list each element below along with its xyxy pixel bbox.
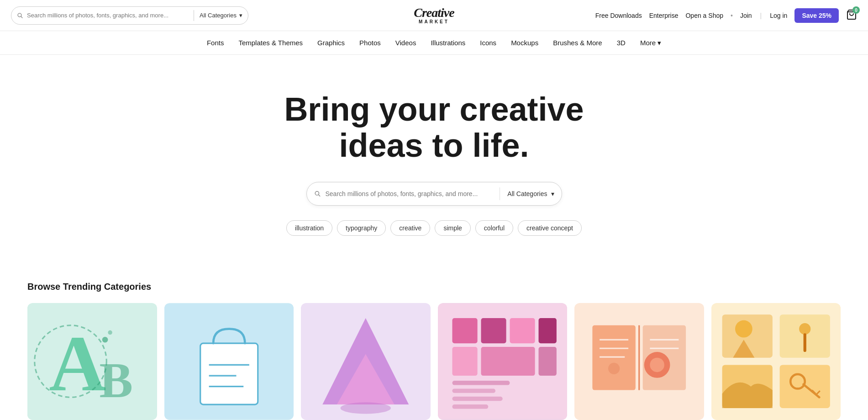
hero-search-left — [307, 190, 500, 197]
open-shop-link[interactable]: Open a Shop — [685, 12, 723, 19]
hero-section: Bring your creative ideas to life. All C… — [0, 55, 868, 282]
hero-search-input[interactable] — [325, 190, 492, 197]
header-category-select[interactable]: All Categories ▾ — [194, 12, 248, 19]
category-card-fonts[interactable]: A B — [27, 303, 157, 420]
logo-text: Creative — [414, 6, 454, 19]
svg-point-17 — [341, 403, 391, 414]
svg-rect-21 — [510, 318, 535, 343]
enterprise-link[interactable]: Enterprise — [649, 12, 679, 19]
browse-section: Browse Trending Categories A B — [0, 282, 868, 420]
svg-rect-10 — [200, 344, 258, 405]
svg-text:B: B — [99, 353, 133, 409]
svg-rect-25 — [538, 347, 556, 376]
nav-brushes[interactable]: Brushes & More — [553, 39, 602, 47]
search-icon — [17, 12, 23, 19]
tag-typography[interactable]: typography — [337, 220, 386, 236]
graphics-card-illustration — [301, 303, 431, 420]
category-card-graphics[interactable] — [301, 303, 431, 420]
hero-search-bar[interactable]: All Categories ▾ — [306, 182, 562, 206]
browse-title: Browse Trending Categories — [27, 282, 841, 292]
nav-videos[interactable]: Videos — [395, 39, 416, 47]
header-search-bar[interactable]: All Categories ▾ — [11, 6, 248, 25]
svg-rect-28 — [452, 397, 502, 401]
divider: | — [760, 12, 762, 19]
main-nav: Fonts Templates & Themes Graphics Photos… — [0, 31, 868, 55]
mockups-card-illustration — [574, 303, 704, 420]
svg-text:A: A — [49, 320, 106, 407]
hero-category-label: All Categories — [507, 190, 547, 197]
nav-more-label: More — [640, 39, 656, 47]
nav-illustrations[interactable]: Illustrations — [431, 39, 465, 47]
svg-point-7 — [102, 337, 108, 343]
category-card-illustrations[interactable] — [438, 303, 568, 420]
svg-point-47 — [799, 323, 810, 335]
svg-point-41 — [608, 363, 620, 374]
svg-rect-27 — [452, 389, 495, 393]
chevron-down-icon: ▾ — [239, 12, 242, 19]
svg-point-8 — [108, 330, 112, 335]
save-button[interactable]: Save 25% — [794, 8, 839, 23]
hero-title: Bring your creative ideas to life. — [252, 91, 617, 164]
search-input-wrap — [11, 12, 194, 19]
header: All Categories ▾ Creative MARKET Free Do… — [0, 0, 868, 31]
hero-search-icon — [314, 190, 321, 197]
cart-badge: 0 — [852, 6, 860, 14]
cart-button[interactable]: 0 — [846, 9, 857, 21]
header-search-input[interactable] — [27, 12, 188, 19]
hero-chevron-icon: ▾ — [551, 190, 554, 197]
templates-card-illustration — [164, 303, 294, 420]
svg-rect-20 — [481, 318, 506, 343]
category-select-label: All Categories — [200, 12, 237, 19]
photos-card-illustration — [711, 303, 841, 420]
nav-templates[interactable]: Templates & Themes — [238, 39, 303, 47]
header-search-area: All Categories ▾ — [11, 6, 248, 25]
tag-creative-concept[interactable]: creative concept — [518, 220, 582, 236]
svg-rect-19 — [452, 318, 477, 343]
tag-simple[interactable]: simple — [435, 220, 470, 236]
svg-rect-23 — [452, 347, 477, 376]
fonts-card-illustration: A B — [27, 303, 157, 420]
svg-point-44 — [735, 320, 752, 338]
hero-title-line1: Bring your creative — [284, 91, 584, 128]
dot-separator: • — [731, 12, 733, 19]
tag-creative[interactable]: creative — [390, 220, 430, 236]
svg-rect-26 — [452, 381, 510, 385]
header-right: Free Downloads Enterprise Open a Shop • … — [595, 8, 857, 23]
category-grid: A B — [27, 303, 841, 420]
logo[interactable]: Creative MARKET — [414, 6, 454, 24]
hero-title-line2: ideas to life. — [339, 127, 529, 164]
svg-rect-24 — [481, 347, 535, 376]
illustrations-card-illustration — [438, 303, 568, 420]
nav-fonts[interactable]: Fonts — [207, 39, 224, 47]
hero-category-select[interactable]: All Categories ▾ — [500, 190, 561, 197]
login-link[interactable]: Log in — [770, 12, 787, 19]
nav-icons[interactable]: Icons — [480, 39, 496, 47]
nav-3d[interactable]: 3D — [617, 39, 626, 47]
svg-point-40 — [650, 358, 664, 372]
nav-more[interactable]: More ▾ — [640, 39, 661, 47]
suggestion-tags: illustration typography creative simple … — [11, 220, 857, 236]
svg-rect-29 — [452, 404, 488, 409]
nav-mockups[interactable]: Mockups — [511, 39, 538, 47]
free-downloads-link[interactable]: Free Downloads — [595, 12, 642, 19]
category-card-mockups[interactable] — [574, 303, 704, 420]
nav-photos[interactable]: Photos — [359, 39, 381, 47]
category-card-photos[interactable] — [711, 303, 841, 420]
svg-rect-22 — [538, 318, 556, 343]
category-card-templates[interactable] — [164, 303, 294, 420]
tag-colorful[interactable]: colorful — [475, 220, 513, 236]
tag-illustration[interactable]: illustration — [286, 220, 332, 236]
join-link[interactable]: Join — [740, 12, 752, 19]
nav-graphics[interactable]: Graphics — [317, 39, 345, 47]
more-chevron-icon: ▾ — [658, 39, 661, 47]
logo-sub: MARKET — [414, 19, 454, 24]
